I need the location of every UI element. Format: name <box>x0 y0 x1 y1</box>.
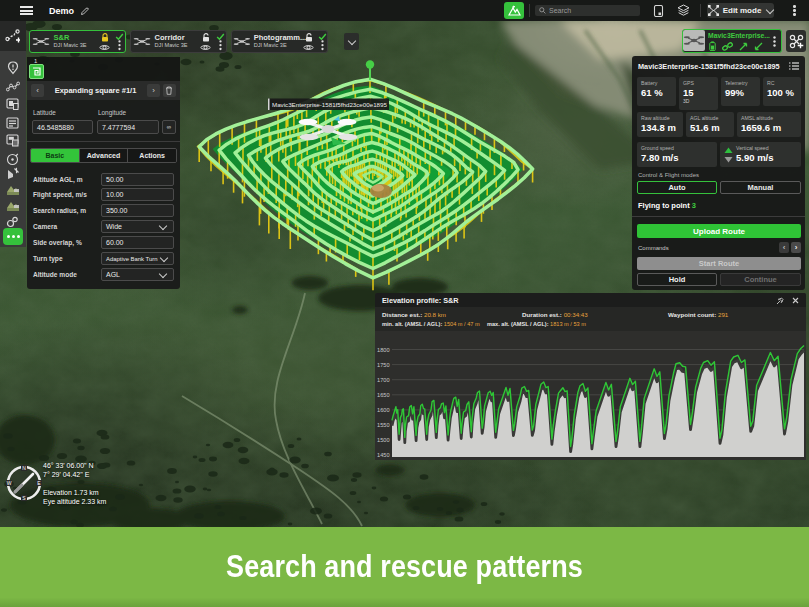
svg-text:1650: 1650 <box>377 392 389 398</box>
svg-text:W: W <box>7 480 12 486</box>
svg-text:1700: 1700 <box>377 377 389 383</box>
svg-text:1800: 1800 <box>377 347 389 353</box>
svg-text:N: N <box>22 465 26 471</box>
svg-text:1450: 1450 <box>377 452 389 458</box>
svg-text:1750: 1750 <box>377 362 389 368</box>
svg-text:1550: 1550 <box>377 422 389 428</box>
svg-text:1600: 1600 <box>377 407 389 413</box>
svg-text:Mavic3Enterprise-1581f5fhd23ce: Mavic3Enterprise-1581f5fhd23ce00e1895 <box>272 101 387 108</box>
svg-text:1500: 1500 <box>377 437 389 443</box>
